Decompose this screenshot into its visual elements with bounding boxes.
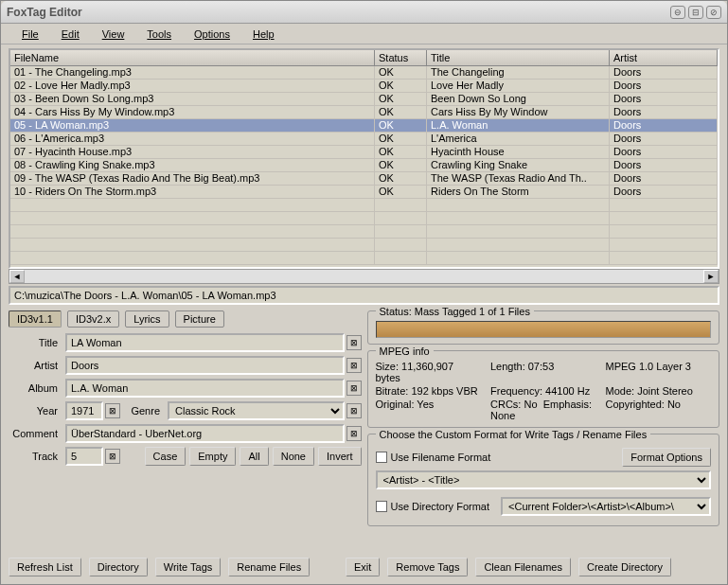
tab-lyrics[interactable]: Lyrics	[125, 310, 169, 328]
cell-status: OK	[375, 80, 427, 92]
clean-filenames-button[interactable]: Clean Filenames	[475, 558, 571, 576]
cell-title	[427, 239, 610, 251]
exit-button[interactable]: Exit	[346, 558, 380, 576]
col-header-title[interactable]: Title	[427, 50, 610, 65]
cell-artist: Doors	[610, 146, 718, 158]
maximize-icon[interactable]: ⊟	[688, 6, 703, 19]
refresh-list-button[interactable]: Refresh List	[9, 558, 81, 576]
filename-format-select[interactable]: <Artist> - <Title>	[376, 470, 712, 489]
bottom-toolbar: Refresh List Directory Write Tags Rename…	[1, 556, 727, 584]
directory-button[interactable]: Directory	[89, 558, 148, 576]
table-row[interactable]: 09 - The WASP (Texas Radio And The Big B…	[10, 172, 718, 186]
mpeg-length: Length: 07:53	[490, 361, 596, 383]
album-field[interactable]	[65, 379, 345, 398]
cell-artist: Doors	[610, 186, 718, 198]
comment-clear-icon[interactable]: ⊠	[346, 426, 362, 441]
minimize-icon[interactable]: ⊖	[670, 6, 685, 19]
tab-id3v1[interactable]: ID3v1.1	[9, 310, 62, 328]
table-row[interactable]: 07 - Hyacinth House.mp3OKHyacinth HouseD…	[10, 146, 718, 159]
artist-clear-icon[interactable]: ⊠	[346, 358, 362, 373]
col-header-status[interactable]: Status	[375, 50, 427, 65]
table-row[interactable]	[10, 252, 718, 265]
table-row[interactable]: 01 - The Changeling.mp3OKThe ChangelingD…	[10, 66, 718, 80]
genre-clear-icon[interactable]: ⊠	[346, 403, 362, 418]
table-row[interactable]	[10, 239, 718, 252]
menu-help[interactable]: Help	[241, 27, 286, 42]
tab-id3v2[interactable]: ID3v2.x	[67, 310, 119, 328]
col-header-artist[interactable]: Artist	[610, 50, 718, 65]
content-area: FileName Status Title Artist 01 - The Ch…	[1, 44, 727, 556]
cell-title: Riders On The Storm	[427, 186, 610, 198]
custom-format-fieldset: Choose the Custom Format for Write Tags …	[367, 434, 720, 526]
table-row[interactable]: 02 - Love Her Madly.mp3OKLove Her MadlyD…	[10, 80, 718, 93]
table-body[interactable]: 01 - The Changeling.mp3OKThe ChangelingD…	[10, 66, 718, 267]
table-row[interactable]: 08 - Crawling King Snake.mp3OKCrawling K…	[10, 159, 718, 172]
remove-tags-button[interactable]: Remove Tags	[387, 558, 468, 576]
cell-status: OK	[375, 146, 427, 158]
table-row[interactable]	[10, 225, 718, 239]
menu-view[interactable]: View	[91, 27, 136, 42]
cell-file	[10, 212, 375, 224]
cell-status: OK	[375, 119, 427, 132]
directory-format-select[interactable]: <Current Folder>\<Artist>\<Album>\	[501, 497, 711, 516]
menu-file[interactable]: File	[10, 27, 50, 42]
scroll-left-icon[interactable]: ◄	[9, 270, 25, 283]
table-row[interactable]: 06 - L'America.mp3OKL'AmericaDoors	[10, 133, 718, 146]
title-field[interactable]	[65, 333, 345, 352]
cell-artist: Doors	[610, 93, 718, 105]
use-directory-checkbox[interactable]	[376, 501, 387, 512]
col-header-filename[interactable]: FileName	[10, 50, 375, 65]
close-icon[interactable]: ⊘	[706, 6, 721, 19]
format-options-button[interactable]: Format Options	[622, 448, 711, 467]
tab-picture[interactable]: Picture	[175, 310, 224, 328]
genre-label: Genre	[120, 405, 168, 417]
cell-file: 01 - The Changeling.mp3	[10, 66, 375, 79]
cell-status	[375, 239, 427, 251]
none-button[interactable]: None	[273, 447, 314, 466]
mpeg-freq: Frequency: 44100 Hz	[490, 385, 596, 397]
cell-title	[427, 252, 610, 264]
create-directory-button[interactable]: Create Directory	[578, 558, 671, 576]
artist-field[interactable]	[65, 356, 345, 375]
empty-button[interactable]: Empty	[189, 447, 236, 466]
rename-files-button[interactable]: Rename Files	[228, 558, 310, 576]
write-tags-button[interactable]: Write Tags	[155, 558, 222, 576]
genre-select[interactable]: Classic Rock	[168, 401, 345, 420]
menu-options[interactable]: Options	[183, 27, 241, 42]
table-header: FileName Status Title Artist	[10, 50, 718, 66]
cell-title	[427, 212, 610, 224]
tab-row: ID3v1.1 ID3v2.x Lyrics Picture	[9, 310, 362, 328]
cell-file: 08 - Crawling King Snake.mp3	[10, 159, 375, 171]
lower-panels: ID3v1.1 ID3v2.x Lyrics Picture Title ⊠ A…	[9, 310, 719, 532]
cell-artist	[610, 239, 718, 251]
all-button[interactable]: All	[240, 447, 268, 466]
horizontal-scrollbar[interactable]: ◄ ►	[9, 269, 719, 284]
table-row[interactable]: 04 - Cars Hiss By My Window.mp3OKCars Hi…	[10, 106, 718, 119]
comment-field[interactable]	[65, 424, 345, 443]
scroll-right-icon[interactable]: ►	[703, 270, 719, 283]
year-clear-icon[interactable]: ⊠	[105, 403, 120, 418]
file-table: FileName Status Title Artist 01 - The Ch…	[9, 48, 719, 269]
menu-tools[interactable]: Tools	[135, 27, 183, 42]
titlebar: FoxTag Editor ⊖ ⊟ ⊘	[1, 1, 727, 24]
use-filename-checkbox[interactable]	[376, 452, 387, 463]
menu-edit[interactable]: Edit	[50, 27, 91, 42]
table-row[interactable]: 03 - Been Down So Long.mp3OKBeen Down So…	[10, 93, 718, 106]
table-row[interactable]: 05 - LA Woman.mp3OKL.A. WomanDoors	[10, 119, 718, 133]
album-clear-icon[interactable]: ⊠	[346, 381, 362, 396]
track-clear-icon[interactable]: ⊠	[105, 449, 120, 464]
use-filename-label: Use Filename Format	[391, 452, 491, 463]
track-field[interactable]	[65, 447, 103, 466]
table-row[interactable]	[10, 199, 718, 212]
case-button[interactable]: Case	[145, 447, 186, 466]
invert-button[interactable]: Invert	[318, 447, 362, 466]
cell-status	[375, 252, 427, 264]
table-row[interactable]	[10, 212, 718, 225]
title-clear-icon[interactable]: ⊠	[346, 335, 362, 350]
cell-title: The Changeling	[427, 66, 610, 79]
cell-file: 05 - LA Woman.mp3	[10, 119, 375, 132]
cell-status	[375, 225, 427, 238]
table-row[interactable]: 10 - Riders On The Storm.mp3OKRiders On …	[10, 186, 718, 199]
artist-label: Artist	[9, 360, 65, 371]
year-field[interactable]	[65, 401, 103, 420]
